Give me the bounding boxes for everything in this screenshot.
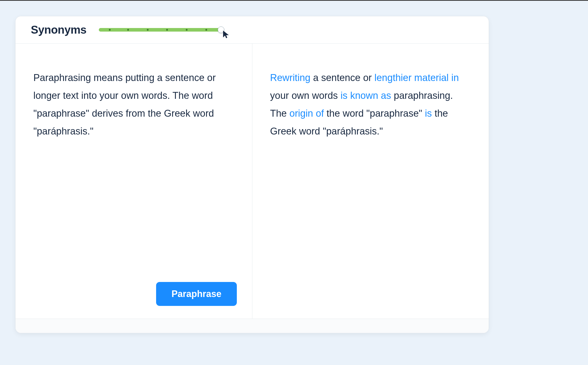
output-text[interactable]: Rewriting a sentence or lengthier materi… <box>270 69 469 140</box>
input-panel: Paraphrasing means putting a sentence or… <box>16 44 252 319</box>
slider-step-dot <box>186 29 188 31</box>
card-footer <box>16 319 489 333</box>
changed-word[interactable]: origin of <box>290 108 324 119</box>
slider-step-dot <box>205 29 207 31</box>
slider-step-dot <box>147 29 148 31</box>
changed-word[interactable]: is known as <box>340 90 391 101</box>
slider-track <box>99 28 221 32</box>
output-panel: Rewriting a sentence or lengthier materi… <box>252 44 489 319</box>
slider-step-dot <box>127 29 129 31</box>
paraphrase-button[interactable]: Paraphrase <box>156 282 237 306</box>
synonyms-slider[interactable] <box>99 26 221 33</box>
paraphraser-card: Synonyms Paraphrasing means putting a se… <box>15 16 489 333</box>
changed-word[interactable]: Rewriting <box>270 72 310 83</box>
slider-step-dot <box>166 29 168 31</box>
synonyms-label: Synonyms <box>31 23 87 36</box>
unchanged-text: the word "paraphrase" <box>324 108 425 119</box>
slider-step-dot <box>109 29 111 31</box>
changed-word[interactable]: lengthier material in <box>374 72 459 83</box>
input-text[interactable]: Paraphrasing means putting a sentence or… <box>33 69 232 140</box>
card-header: Synonyms <box>16 16 489 44</box>
panels: Paraphrasing means putting a sentence or… <box>16 44 489 319</box>
slider-handle[interactable] <box>218 26 224 33</box>
changed-word[interactable]: is <box>425 108 432 119</box>
unchanged-text: a sentence or <box>310 72 374 83</box>
unchanged-text: your own words <box>270 90 341 101</box>
